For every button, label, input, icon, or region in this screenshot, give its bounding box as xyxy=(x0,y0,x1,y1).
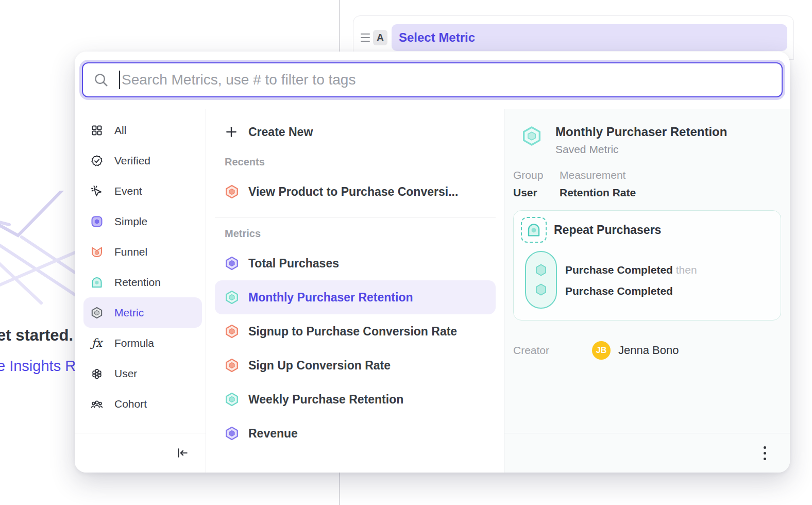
search-bar[interactable] xyxy=(82,62,783,97)
measurement-label: Measurement xyxy=(560,169,636,181)
metric-item-signup-conversion[interactable]: Sign Up Conversion Rate xyxy=(215,348,496,382)
sidebar-item-retention[interactable]: Retention xyxy=(83,267,202,297)
metric-item-signup-to-purchase[interactable]: Signup to Purchase Conversion Rate xyxy=(215,314,496,348)
metric-hexagon-icon xyxy=(225,426,239,441)
metric-item-label: Monthly Purchaser Retention xyxy=(248,291,413,305)
measurement-value: Retention Rate xyxy=(560,187,636,199)
sidebar-item-label: Cohort xyxy=(114,398,147,410)
simple-metric-icon xyxy=(91,215,103,228)
sidebar-item-label: All xyxy=(114,124,126,137)
sidebar-item-cohort[interactable]: Cohort xyxy=(83,389,202,419)
metric-item-weekly-purchase-retention[interactable]: Weekly Purchase Retention xyxy=(215,382,496,416)
user-cluster-icon xyxy=(91,367,103,380)
metric-hexagon-icon xyxy=(225,256,239,271)
metric-item-label: Total Purchases xyxy=(248,257,339,271)
then-connector: then xyxy=(676,264,697,276)
metric-hexagon-icon xyxy=(225,290,239,305)
metric-hexagon-icon xyxy=(225,358,239,373)
drag-handle-icon[interactable] xyxy=(361,33,370,42)
detail-subtitle: Saved Metric xyxy=(555,143,727,156)
metric-item-revenue[interactable]: Revenue xyxy=(215,416,496,450)
metric-hexagon-icon xyxy=(225,184,239,199)
sidebar-item-label: Formula xyxy=(114,337,154,349)
metrics-header: Metrics xyxy=(225,225,504,242)
sidebar-item-label: Funnel xyxy=(114,246,147,258)
cursor-click-icon xyxy=(91,185,103,197)
metric-item-total-purchases[interactable]: Total Purchases xyxy=(215,246,496,280)
saved-metric-icon xyxy=(521,126,542,146)
create-new-label: Create New xyxy=(248,125,313,139)
plus-icon xyxy=(225,125,238,139)
group-value: User xyxy=(513,187,560,199)
create-new-button[interactable]: Create New xyxy=(215,116,496,148)
section-divider xyxy=(215,217,496,217)
filter-sidebar: All Verified xyxy=(75,109,206,473)
collapse-sidebar-button[interactable] xyxy=(174,444,191,462)
background-heading: et started. xyxy=(0,326,73,345)
event-hexagon-icon xyxy=(534,263,548,277)
sidebar-item-label: User xyxy=(114,367,137,380)
metric-hexagon-icon xyxy=(225,324,239,339)
sidebar-item-label: Verified xyxy=(114,155,150,167)
text-cursor xyxy=(119,71,120,89)
metric-item-label: Signup to Purchase Conversion Rate xyxy=(248,325,457,339)
sidebar-item-event[interactable]: Event xyxy=(83,176,202,206)
sidebar-item-formula[interactable]: ƒx Formula xyxy=(83,328,202,358)
sidebar-item-label: Metric xyxy=(114,307,144,319)
sidebar-item-label: Event xyxy=(114,185,142,197)
sidebar-item-label: Retention xyxy=(114,276,161,289)
funnel-icon xyxy=(91,246,103,258)
sidebar-item-metric[interactable]: Metric xyxy=(83,297,202,328)
verified-badge-icon xyxy=(91,155,103,167)
recents-header: Recents xyxy=(225,153,504,171)
formula-fx-icon: ƒx xyxy=(91,337,103,349)
creator-label: Creator xyxy=(513,344,592,357)
group-label: Group xyxy=(513,169,560,181)
event-hexagon-icon xyxy=(534,282,548,297)
grid-icon xyxy=(91,124,103,137)
sidebar-item-all[interactable]: All xyxy=(83,115,202,145)
metric-item-label: Weekly Purchase Retention xyxy=(248,393,403,407)
step-1: Purchase Completed then xyxy=(565,259,697,280)
search-input[interactable] xyxy=(122,72,771,88)
metric-definition-card: Repeat Purchasers Purchase Completed the… xyxy=(513,210,781,321)
sidebar-item-label: Simple xyxy=(114,215,147,228)
creator-avatar: JB xyxy=(592,341,611,360)
cohort-people-icon xyxy=(91,398,103,410)
decorative-chart-lines xyxy=(0,191,77,319)
row-label-badge: A xyxy=(373,30,387,45)
sidebar-item-funnel[interactable]: Funnel xyxy=(83,237,202,267)
sidebar-item-user[interactable]: User xyxy=(83,358,202,389)
more-options-button[interactable] xyxy=(759,442,770,464)
metric-hexagon-icon xyxy=(225,392,239,407)
sidebar-footer xyxy=(75,433,206,473)
metric-hexagon-icon xyxy=(91,307,103,319)
collapse-icon xyxy=(176,446,189,460)
metric-picker-modal: All Verified xyxy=(75,52,790,473)
metric-item-monthly-purchaser-retention[interactable]: Monthly Purchaser Retention xyxy=(215,280,496,314)
event-sequence-capsule xyxy=(525,251,557,309)
sidebar-item-verified[interactable]: Verified xyxy=(83,145,202,176)
metric-detail-panel: Monthly Purchaser Retention Saved Metric… xyxy=(504,109,790,473)
retention-step-icon xyxy=(521,217,547,243)
metric-item-label: Revenue xyxy=(248,427,298,441)
retention-icon xyxy=(91,276,103,289)
select-metric-button[interactable]: Select Metric xyxy=(392,24,787,51)
insights-report-link[interactable]: e Insights Re xyxy=(0,358,84,375)
search-icon xyxy=(93,72,109,88)
step-2: Purchase Completed xyxy=(565,280,697,301)
creator-name: Jenna Bono xyxy=(618,344,679,357)
sidebar-item-simple[interactable]: Simple xyxy=(83,206,202,237)
definition-title: Repeat Purchasers xyxy=(554,223,661,237)
detail-title: Monthly Purchaser Retention xyxy=(555,125,727,139)
recent-item[interactable]: View Product to Purchase Conversi... xyxy=(215,175,496,209)
metric-list-column: Create New Recents View Product to Purch… xyxy=(206,109,504,473)
recent-item-label: View Product to Purchase Conversi... xyxy=(248,185,458,199)
metric-item-label: Sign Up Conversion Rate xyxy=(248,359,391,373)
detail-footer xyxy=(504,433,790,473)
